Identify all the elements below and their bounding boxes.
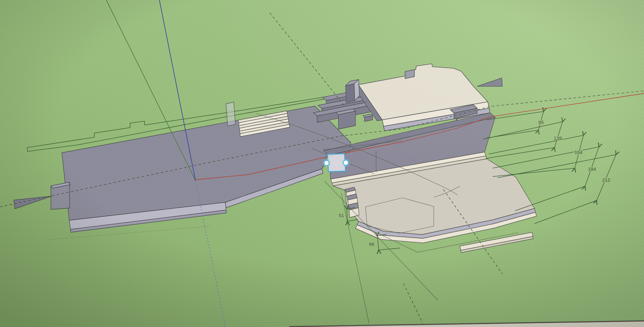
viewport[interactable]: 95 139 164 184 212 51 66 xyxy=(0,0,644,327)
grain-overlay xyxy=(0,0,644,327)
